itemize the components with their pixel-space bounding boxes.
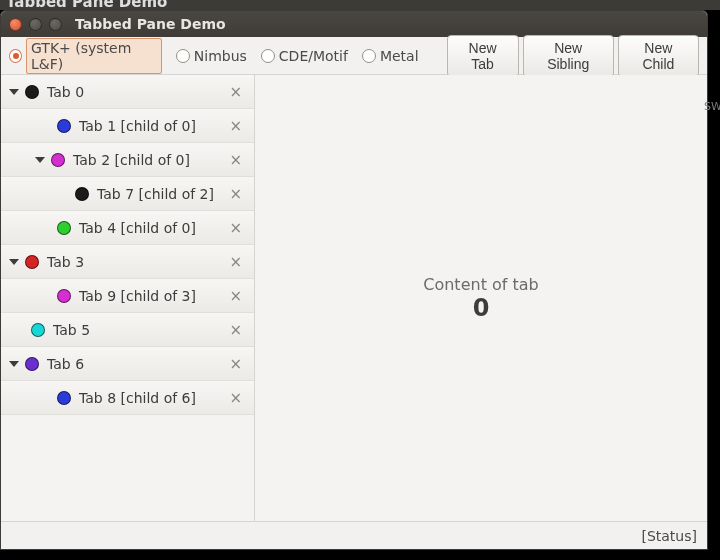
- new-tab-button[interactable]: New Tab: [447, 35, 519, 77]
- disclosure-spacer: [35, 397, 51, 398]
- window-title: Tabbed Pane Demo: [75, 16, 226, 32]
- tab-tree: Tab 0×Tab 1 [child of 0]×Tab 2 [child of…: [1, 75, 255, 521]
- tab-label: Tab 9 [child of 3]: [79, 288, 223, 304]
- tab-label: Tab 6: [47, 356, 223, 372]
- radio-label: Metal: [380, 48, 419, 64]
- close-tab-icon[interactable]: ×: [223, 117, 248, 135]
- statusbar: [Status]: [1, 521, 707, 549]
- body: Tab 0×Tab 1 [child of 0]×Tab 2 [child of…: [1, 75, 707, 521]
- content-tab-index: 0: [473, 294, 490, 322]
- tab-color-dot-icon: [57, 289, 71, 303]
- tree-row[interactable]: Tab 5×: [1, 313, 254, 347]
- close-tab-icon[interactable]: ×: [223, 219, 248, 237]
- radio-label: GTK+ (system L&F): [26, 38, 162, 74]
- window-close-button[interactable]: [9, 18, 22, 31]
- tree-row[interactable]: Tab 4 [child of 0]×: [1, 211, 254, 245]
- toolbar-buttons: New Tab New Sibling New Child: [447, 35, 699, 77]
- tab-color-dot-icon: [57, 391, 71, 405]
- content-label: Content of tab: [423, 275, 538, 294]
- radio-icon: [176, 49, 190, 63]
- window-maximize-button[interactable]: [49, 18, 62, 31]
- lookandfeel-radio-metal[interactable]: Metal: [362, 48, 419, 64]
- previous-window-title: Tabbed Pane Demo: [6, 0, 167, 10]
- close-tab-icon[interactable]: ×: [223, 321, 248, 339]
- window-minimize-button[interactable]: [29, 18, 42, 31]
- tab-label: Tab 7 [child of 2]: [97, 186, 223, 202]
- disclosure-triangle-icon[interactable]: [9, 259, 19, 265]
- tree-row[interactable]: Tab 9 [child of 3]×: [1, 279, 254, 313]
- toolbar: GTK+ (system L&F)NimbusCDE/MotifMetal Ne…: [1, 37, 707, 75]
- titlebar: Tabbed Pane Demo: [1, 11, 707, 37]
- tab-color-dot-icon: [25, 85, 39, 99]
- background-debris: [708, 10, 720, 560]
- content-pane: Content of tab 0: [255, 75, 707, 521]
- tree-row[interactable]: Tab 2 [child of 0]×: [1, 143, 254, 177]
- app-window: Tabbed Pane Demo GTK+ (system L&F)Nimbus…: [0, 10, 708, 550]
- new-child-button[interactable]: New Child: [618, 35, 699, 77]
- tab-color-dot-icon: [51, 153, 65, 167]
- lookandfeel-radio-nimbus[interactable]: Nimbus: [176, 48, 247, 64]
- close-tab-icon[interactable]: ×: [223, 185, 248, 203]
- tab-label: Tab 2 [child of 0]: [73, 152, 223, 168]
- disclosure-spacer: [35, 125, 51, 126]
- lookandfeel-radio-group: GTK+ (system L&F)NimbusCDE/MotifMetal: [9, 38, 419, 74]
- tab-color-dot-icon: [25, 357, 39, 371]
- tab-label: Tab 0: [47, 84, 223, 100]
- previous-window-titlebar: Tabbed Pane Demo: [0, 0, 720, 10]
- tab-color-dot-icon: [57, 119, 71, 133]
- tree-row[interactable]: Tab 7 [child of 2]×: [1, 177, 254, 211]
- close-tab-icon[interactable]: ×: [223, 287, 248, 305]
- tab-label: Tab 3: [47, 254, 223, 270]
- tree-row[interactable]: Tab 6×: [1, 347, 254, 381]
- disclosure-spacer: [35, 227, 51, 228]
- radio-label: CDE/Motif: [279, 48, 348, 64]
- tab-label: Tab 1 [child of 0]: [79, 118, 223, 134]
- disclosure-spacer: [35, 295, 51, 296]
- tree-row[interactable]: Tab 0×: [1, 75, 254, 109]
- close-tab-icon[interactable]: ×: [223, 253, 248, 271]
- tab-color-dot-icon: [57, 221, 71, 235]
- disclosure-triangle-icon[interactable]: [9, 89, 19, 95]
- tab-color-dot-icon: [31, 323, 45, 337]
- disclosure-spacer: [53, 193, 69, 194]
- close-tab-icon[interactable]: ×: [223, 355, 248, 373]
- tree-row[interactable]: Tab 1 [child of 0]×: [1, 109, 254, 143]
- radio-label: Nimbus: [194, 48, 247, 64]
- disclosure-triangle-icon[interactable]: [9, 361, 19, 367]
- tree-row[interactable]: Tab 8 [child of 6]×: [1, 381, 254, 415]
- tab-color-dot-icon: [75, 187, 89, 201]
- disclosure-triangle-icon[interactable]: [35, 157, 45, 163]
- radio-icon: [9, 49, 22, 63]
- tab-color-dot-icon: [25, 255, 39, 269]
- radio-icon: [362, 49, 376, 63]
- new-sibling-button[interactable]: New Sibling: [523, 35, 614, 77]
- background-debris-text: SW: [704, 100, 720, 113]
- radio-icon: [261, 49, 275, 63]
- tab-label: Tab 4 [child of 0]: [79, 220, 223, 236]
- tree-row[interactable]: Tab 3×: [1, 245, 254, 279]
- lookandfeel-radio-cde[interactable]: CDE/Motif: [261, 48, 348, 64]
- status-text: [Status]: [641, 528, 697, 544]
- close-tab-icon[interactable]: ×: [223, 151, 248, 169]
- close-tab-icon[interactable]: ×: [223, 83, 248, 101]
- disclosure-spacer: [9, 329, 25, 330]
- tab-label: Tab 8 [child of 6]: [79, 390, 223, 406]
- tab-label: Tab 5: [53, 322, 223, 338]
- close-tab-icon[interactable]: ×: [223, 389, 248, 407]
- lookandfeel-radio-gtk[interactable]: GTK+ (system L&F): [9, 38, 162, 74]
